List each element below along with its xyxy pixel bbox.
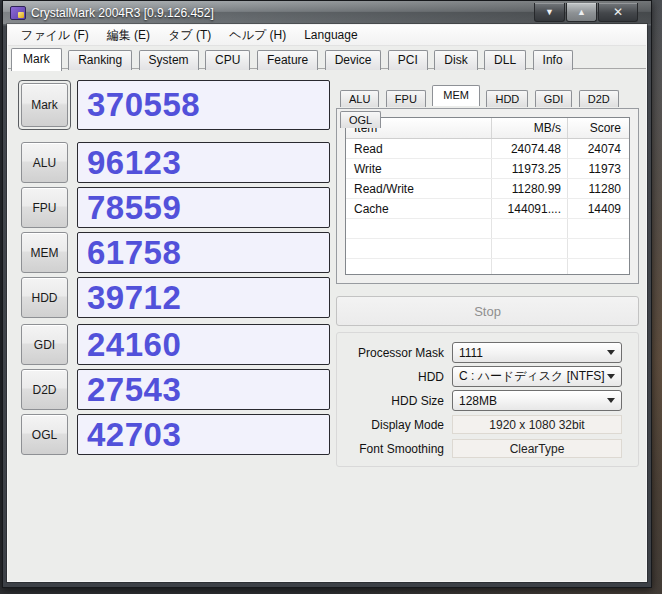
processor-mask-label: Processor Mask bbox=[337, 346, 452, 360]
score-panel: Mark 370558 ALU 96123 FPU 78559 bbox=[18, 80, 330, 459]
window-title: CrystalMark 2004R3 [0.9.126.452] bbox=[31, 6, 214, 20]
alu-button[interactable]: ALU bbox=[21, 142, 68, 183]
gdi-score: 24160 bbox=[77, 324, 330, 365]
tab-ranking[interactable]: Ranking bbox=[68, 50, 132, 70]
minimize-icon[interactable]: ▼ bbox=[534, 3, 565, 22]
detail-tab-alu[interactable]: ALU bbox=[340, 90, 379, 107]
menu-tab[interactable]: タブ (T) bbox=[159, 25, 220, 46]
result-table: Item MB/s Score Read 24074.48 24074 Writ… bbox=[345, 117, 630, 275]
detail-tab-d2d[interactable]: D2D bbox=[579, 90, 619, 107]
tab-pci[interactable]: PCI bbox=[388, 50, 428, 70]
detail-tab-ogl[interactable]: OGL bbox=[340, 111, 381, 128]
col-score: Score bbox=[567, 118, 629, 138]
title-bar: CrystalMark 2004R3 [0.9.126.452] ▼ ▲ ✕ bbox=[3, 1, 651, 24]
detail-tab-hdd[interactable]: HDD bbox=[486, 90, 528, 107]
col-rate: MB/s bbox=[491, 118, 567, 138]
menu-edit[interactable]: 編集 (E) bbox=[98, 25, 159, 46]
hdd-size-label: HDD Size bbox=[337, 394, 452, 408]
score-row-fpu: FPU 78559 bbox=[18, 187, 330, 228]
setting-row-hdd-size: HDD Size 128MB bbox=[337, 390, 638, 411]
mark-button-frame: Mark bbox=[18, 80, 71, 130]
close-icon[interactable]: ✕ bbox=[598, 3, 638, 22]
window-controls: ▼ ▲ ✕ bbox=[533, 3, 638, 22]
score-row-mark: Mark 370558 bbox=[18, 80, 330, 130]
tab-mark[interactable]: Mark bbox=[11, 48, 62, 71]
app-window: CrystalMark 2004R3 [0.9.126.452] ▼ ▲ ✕ フ… bbox=[2, 0, 652, 588]
mark-button[interactable]: Mark bbox=[21, 83, 68, 127]
tab-system[interactable]: System bbox=[139, 50, 199, 70]
alu-score: 96123 bbox=[77, 142, 330, 183]
tab-feature[interactable]: Feature bbox=[257, 50, 318, 70]
ogl-button[interactable]: OGL bbox=[21, 414, 68, 455]
fpu-button[interactable]: FPU bbox=[21, 187, 68, 228]
hdd-label: HDD bbox=[337, 370, 452, 384]
tab-dll[interactable]: DLL bbox=[484, 50, 526, 70]
window-body: ファイル (F) 編集 (E) タブ (T) ヘルプ (H) Language … bbox=[7, 24, 647, 582]
fpu-score: 78559 bbox=[77, 187, 330, 228]
score-row-mem: MEM 61758 bbox=[18, 232, 330, 273]
tab-device[interactable]: Device bbox=[325, 50, 382, 70]
setting-row-font-smoothing: Font Smoothing ClearType bbox=[337, 438, 638, 459]
mark-score: 370558 bbox=[77, 80, 330, 130]
ogl-score: 42703 bbox=[77, 414, 330, 455]
setting-row-processor-mask: Processor Mask 1111 bbox=[337, 342, 638, 363]
gdi-button[interactable]: GDI bbox=[21, 324, 68, 365]
table-row: Read/Write 11280.99 11280 bbox=[346, 179, 629, 199]
table-row-empty bbox=[346, 219, 629, 239]
chevron-down-icon bbox=[607, 398, 615, 403]
score-row-gdi: GDI 24160 bbox=[18, 324, 330, 365]
detail-tab-mem[interactable]: MEM bbox=[432, 85, 480, 106]
detail-panel: ALU FPU MEM HDD GDI D2D OGL Item MB/s Sc… bbox=[336, 87, 639, 467]
display-mode-value: 1920 x 1080 32bit bbox=[452, 415, 622, 434]
display-mode-label: Display Mode bbox=[337, 418, 452, 432]
score-row-ogl: OGL 42703 bbox=[18, 414, 330, 455]
score-row-d2d: D2D 27543 bbox=[18, 369, 330, 410]
tab-disk[interactable]: Disk bbox=[434, 50, 477, 70]
maximize-icon[interactable]: ▲ bbox=[566, 3, 597, 22]
app-icon bbox=[10, 6, 26, 20]
tab-info[interactable]: Info bbox=[533, 50, 573, 70]
detail-tab-strip: ALU FPU MEM HDD GDI D2D OGL bbox=[336, 87, 639, 108]
menu-bar: ファイル (F) 編集 (E) タブ (T) ヘルプ (H) Language bbox=[8, 25, 646, 46]
table-row: Write 11973.25 11973 bbox=[346, 159, 629, 179]
hdd-button[interactable]: HDD bbox=[21, 277, 68, 318]
settings-groupbox: Processor Mask 1111 HDD C : ハードデ bbox=[336, 332, 639, 467]
font-smoothing-label: Font Smoothing bbox=[337, 442, 452, 456]
chevron-down-icon bbox=[607, 350, 615, 355]
stop-button[interactable]: Stop bbox=[336, 296, 639, 326]
hdd-score: 39712 bbox=[77, 277, 330, 318]
d2d-score: 27543 bbox=[77, 369, 330, 410]
tab-cpu[interactable]: CPU bbox=[205, 50, 250, 70]
score-row-alu: ALU 96123 bbox=[18, 142, 330, 183]
detail-tab-fpu[interactable]: FPU bbox=[386, 90, 426, 107]
table-row-empty bbox=[346, 239, 629, 259]
setting-row-hdd: HDD C : ハードディスク [NTFS] bbox=[337, 366, 638, 387]
main-tab-strip: Mark Ranking System CPU Feature Device P… bbox=[8, 46, 646, 69]
mem-result-page: Item MB/s Score Read 24074.48 24074 Writ… bbox=[336, 108, 639, 284]
chevron-down-icon bbox=[607, 374, 615, 379]
score-row-hdd: HDD 39712 bbox=[18, 277, 330, 318]
table-row-empty bbox=[346, 259, 629, 275]
menu-help[interactable]: ヘルプ (H) bbox=[220, 25, 295, 46]
d2d-button[interactable]: D2D bbox=[21, 369, 68, 410]
mem-button[interactable]: MEM bbox=[21, 232, 68, 273]
menu-language[interactable]: Language bbox=[295, 26, 366, 44]
detail-tab-gdi[interactable]: GDI bbox=[535, 90, 573, 107]
processor-mask-dropdown[interactable]: 1111 bbox=[452, 342, 622, 363]
setting-row-display-mode: Display Mode 1920 x 1080 32bit bbox=[337, 414, 638, 435]
hdd-size-dropdown[interactable]: 128MB bbox=[452, 390, 622, 411]
mark-tab-page: Mark 370558 ALU 96123 FPU 78559 bbox=[8, 71, 646, 581]
hdd-dropdown[interactable]: C : ハードディスク [NTFS] bbox=[452, 366, 622, 387]
menu-file[interactable]: ファイル (F) bbox=[12, 25, 98, 46]
table-row: Cache 144091.... 14409 bbox=[346, 199, 629, 219]
table-row: Read 24074.48 24074 bbox=[346, 139, 629, 159]
mem-score: 61758 bbox=[77, 232, 330, 273]
result-table-header: Item MB/s Score bbox=[346, 118, 629, 139]
font-smoothing-value: ClearType bbox=[452, 439, 622, 458]
